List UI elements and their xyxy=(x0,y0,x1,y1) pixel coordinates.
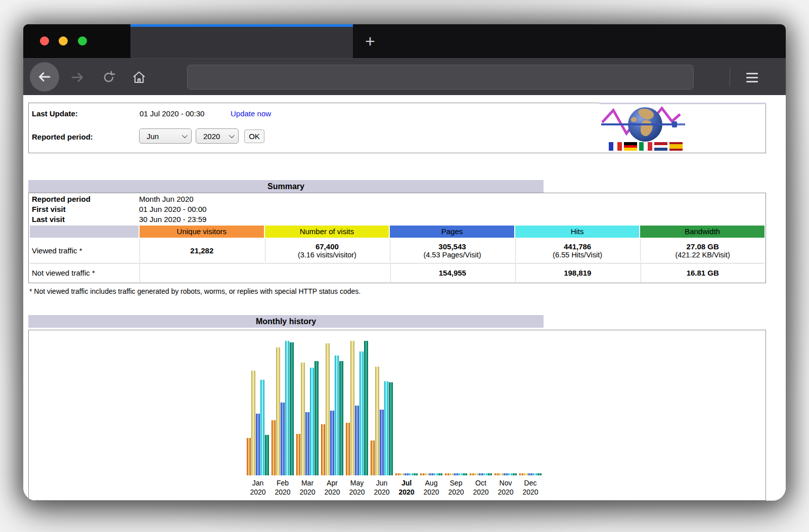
awstats-logo xyxy=(600,105,691,142)
hamburger-icon xyxy=(746,73,758,74)
summary-column-headers: Unique visitorsNumber of visitsPagesHits… xyxy=(30,226,765,238)
minimize-window-button[interactable] xyxy=(59,36,68,46)
forward-arrow-icon xyxy=(70,70,85,85)
summary-info-row: First visit 01 Jun 2020 - 00:00 xyxy=(30,204,765,214)
column-header-number-of-visits: Number of visits xyxy=(265,226,389,238)
bar-hits xyxy=(359,351,364,475)
bar-number-of-visits xyxy=(524,473,528,475)
bar-number-of-visits xyxy=(474,473,478,475)
month-label-mar-2020: Mar2020 xyxy=(295,478,320,497)
not-viewed-footnote: * Not viewed traffic includes traffic ge… xyxy=(29,287,361,295)
bar-pages xyxy=(429,473,433,475)
reload-button[interactable] xyxy=(99,68,118,87)
last-update-value: 01 Jul 2020 - 00:30 xyxy=(140,109,204,118)
month-label-may-2020: May2020 xyxy=(344,478,370,497)
report-header-box: Last Update: 01 Jul 2020 - 00:30 Update … xyxy=(28,103,766,153)
bar-unique-visitors xyxy=(395,473,399,475)
flag-france-icon[interactable] xyxy=(609,142,622,151)
column-header-unique-visitors: Unique visitors xyxy=(140,226,264,238)
bar-bandwidth xyxy=(265,435,269,475)
not-viewed-value-bandwidth: 16.81 GB xyxy=(641,263,765,282)
month-label-sep-2020: Sep2020 xyxy=(443,478,469,497)
browser-window: + xyxy=(23,24,786,501)
bar-hits xyxy=(260,380,264,475)
flag-spain-icon[interactable] xyxy=(669,142,683,151)
bar-bandwidth xyxy=(314,361,319,475)
month-label-dec-2020: Dec2020 xyxy=(518,478,543,497)
close-window-button[interactable] xyxy=(40,36,49,46)
bar-hits xyxy=(285,341,289,475)
column-header-pages: Pages xyxy=(390,226,514,238)
update-now-link[interactable]: Update now xyxy=(231,109,271,118)
year-select[interactable]: 2020 xyxy=(196,128,239,144)
flag-germany-icon[interactable] xyxy=(624,142,637,151)
browser-toolbar xyxy=(23,58,786,95)
bar-group-oct-2020 xyxy=(470,473,492,475)
bar-number-of-visits xyxy=(450,473,454,475)
bar-hits xyxy=(459,473,463,475)
bar-hits xyxy=(533,473,537,475)
viewed-value-number-of-visits: 67,400(3.16 visits/visitor) xyxy=(265,239,389,262)
bar-hits xyxy=(310,368,314,475)
bar-unique-visitors xyxy=(420,473,424,475)
bar-group-nov-2020 xyxy=(495,473,517,475)
menu-button[interactable] xyxy=(741,68,762,87)
month-label-feb-2020: Feb2020 xyxy=(270,478,295,497)
active-tab-indicator xyxy=(130,24,353,27)
bar-bandwidth xyxy=(364,341,368,475)
bar-pages xyxy=(404,473,409,475)
bar-number-of-visits xyxy=(326,343,330,475)
first-visit-row-value: 01 Jun 2020 - 00:00 xyxy=(139,205,206,213)
home-button[interactable] xyxy=(129,68,149,87)
bar-group-mar-2020 xyxy=(296,361,319,475)
column-header-bandwidth: Bandwidth xyxy=(640,226,765,238)
bar-number-of-visits xyxy=(251,371,255,475)
back-button[interactable] xyxy=(30,62,59,92)
bar-number-of-visits xyxy=(350,341,354,475)
bar-number-of-visits xyxy=(276,347,280,475)
bar-number-of-visits xyxy=(499,473,503,475)
bar-pages xyxy=(454,473,458,475)
month-label-apr-2020: Apr2020 xyxy=(320,478,345,497)
bar-unique-visitors xyxy=(272,420,276,475)
bar-unique-visitors xyxy=(346,423,350,475)
bar-bandwidth xyxy=(389,382,393,475)
reported-period-label: Reported period: xyxy=(32,132,93,141)
not-viewed-traffic-row: Not viewed traffic *154,955198,81916.81 … xyxy=(30,263,765,282)
ok-button[interactable]: OK xyxy=(244,129,264,143)
browser-tab-strip: + xyxy=(23,24,786,58)
bar-hits xyxy=(508,473,512,475)
url-address-bar[interactable] xyxy=(187,65,694,90)
month-label-nov-2020: Nov2020 xyxy=(493,478,518,497)
month-label-oct-2020: Oct2020 xyxy=(468,478,493,497)
bar-bandwidth xyxy=(513,473,517,475)
viewed-value-pages: 305,543(4.53 Pages/Visit) xyxy=(390,239,514,262)
bar-group-may-2020 xyxy=(346,341,368,475)
bar-unique-visitors xyxy=(470,473,474,475)
summary-table: Reported period Month Jun 2020 First vis… xyxy=(28,193,766,283)
bar-bandwidth xyxy=(537,473,542,475)
flag-italy-icon[interactable] xyxy=(639,142,652,151)
new-tab-button[interactable]: + xyxy=(357,24,383,58)
bar-bandwidth xyxy=(414,473,418,475)
bar-group-dec-2020 xyxy=(519,473,542,475)
viewed-value-unique-visitors: 21,282 xyxy=(140,239,264,262)
browser-tab[interactable] xyxy=(130,24,353,58)
logo-top-divider xyxy=(599,103,766,104)
window-controls xyxy=(23,24,130,58)
bar-hits xyxy=(335,356,339,475)
last-update-label: Last Update: xyxy=(32,109,78,118)
not-viewed-empty-cell xyxy=(140,263,389,282)
forward-button[interactable] xyxy=(68,68,87,87)
bar-number-of-visits xyxy=(400,473,404,475)
language-flags xyxy=(609,142,683,151)
bar-unique-visitors xyxy=(371,440,375,475)
flag-netherlands-icon[interactable] xyxy=(654,142,667,151)
summary-info-row: Reported period Month Jun 2020 xyxy=(30,194,765,204)
month-label-jan-2020: Jan2020 xyxy=(245,478,271,497)
summary-section-title: Summary xyxy=(28,180,544,193)
maximize-window-button[interactable] xyxy=(78,36,87,46)
month-select[interactable]: Jun xyxy=(139,128,192,144)
bar-pages xyxy=(380,410,384,475)
month-label-jun-2020: Jun2020 xyxy=(369,478,394,497)
